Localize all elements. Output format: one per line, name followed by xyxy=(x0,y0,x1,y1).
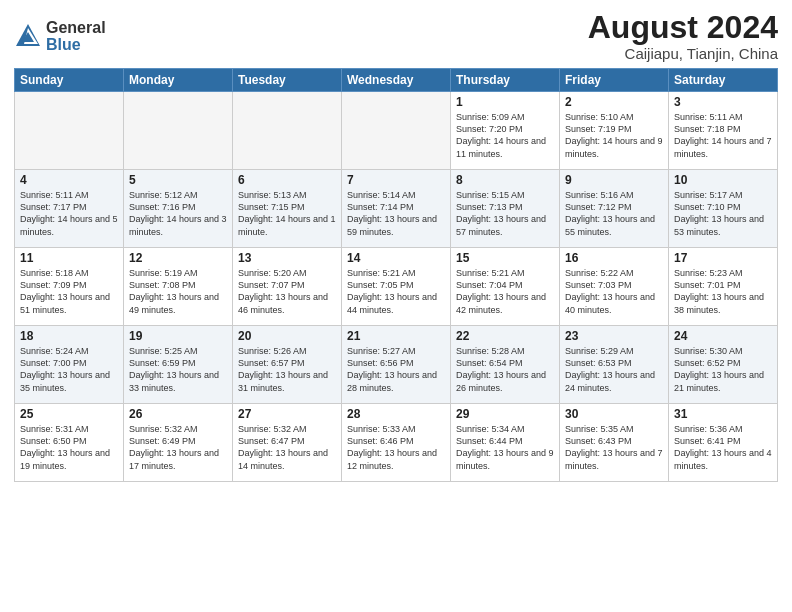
col-monday: Monday xyxy=(124,69,233,92)
day-info-29: Sunrise: 5:34 AM Sunset: 6:44 PM Dayligh… xyxy=(456,423,554,472)
day-number-30: 30 xyxy=(565,407,663,421)
day-number-9: 9 xyxy=(565,173,663,187)
calendar-cell-1-1 xyxy=(124,92,233,170)
day-info-27: Sunrise: 5:32 AM Sunset: 6:47 PM Dayligh… xyxy=(238,423,336,472)
calendar-cell-5-0: 25Sunrise: 5:31 AM Sunset: 6:50 PM Dayli… xyxy=(15,404,124,482)
calendar-cell-2-6: 10Sunrise: 5:17 AM Sunset: 7:10 PM Dayli… xyxy=(669,170,778,248)
calendar-week-2: 4Sunrise: 5:11 AM Sunset: 7:17 PM Daylig… xyxy=(15,170,778,248)
calendar-header-row: Sunday Monday Tuesday Wednesday Thursday… xyxy=(15,69,778,92)
calendar-cell-5-3: 28Sunrise: 5:33 AM Sunset: 6:46 PM Dayli… xyxy=(342,404,451,482)
calendar-cell-4-0: 18Sunrise: 5:24 AM Sunset: 7:00 PM Dayli… xyxy=(15,326,124,404)
day-number-13: 13 xyxy=(238,251,336,265)
title-block: August 2024 Caijiapu, Tianjin, China xyxy=(588,10,778,62)
calendar-cell-3-3: 14Sunrise: 5:21 AM Sunset: 7:05 PM Dayli… xyxy=(342,248,451,326)
day-info-28: Sunrise: 5:33 AM Sunset: 6:46 PM Dayligh… xyxy=(347,423,445,472)
calendar-cell-4-4: 22Sunrise: 5:28 AM Sunset: 6:54 PM Dayli… xyxy=(451,326,560,404)
day-number-17: 17 xyxy=(674,251,772,265)
calendar-cell-2-3: 7Sunrise: 5:14 AM Sunset: 7:14 PM Daylig… xyxy=(342,170,451,248)
calendar-cell-3-6: 17Sunrise: 5:23 AM Sunset: 7:01 PM Dayli… xyxy=(669,248,778,326)
day-number-26: 26 xyxy=(129,407,227,421)
day-number-4: 4 xyxy=(20,173,118,187)
day-number-29: 29 xyxy=(456,407,554,421)
day-info-22: Sunrise: 5:28 AM Sunset: 6:54 PM Dayligh… xyxy=(456,345,554,394)
day-info-13: Sunrise: 5:20 AM Sunset: 7:07 PM Dayligh… xyxy=(238,267,336,316)
day-number-12: 12 xyxy=(129,251,227,265)
col-wednesday: Wednesday xyxy=(342,69,451,92)
day-number-14: 14 xyxy=(347,251,445,265)
day-number-21: 21 xyxy=(347,329,445,343)
calendar-cell-4-5: 23Sunrise: 5:29 AM Sunset: 6:53 PM Dayli… xyxy=(560,326,669,404)
col-sunday: Sunday xyxy=(15,69,124,92)
col-friday: Friday xyxy=(560,69,669,92)
day-info-8: Sunrise: 5:15 AM Sunset: 7:13 PM Dayligh… xyxy=(456,189,554,238)
day-number-3: 3 xyxy=(674,95,772,109)
day-info-24: Sunrise: 5:30 AM Sunset: 6:52 PM Dayligh… xyxy=(674,345,772,394)
day-info-9: Sunrise: 5:16 AM Sunset: 7:12 PM Dayligh… xyxy=(565,189,663,238)
day-info-5: Sunrise: 5:12 AM Sunset: 7:16 PM Dayligh… xyxy=(129,189,227,238)
day-info-3: Sunrise: 5:11 AM Sunset: 7:18 PM Dayligh… xyxy=(674,111,772,160)
day-number-1: 1 xyxy=(456,95,554,109)
day-info-16: Sunrise: 5:22 AM Sunset: 7:03 PM Dayligh… xyxy=(565,267,663,316)
logo-icon xyxy=(14,22,42,50)
location-title: Caijiapu, Tianjin, China xyxy=(588,45,778,62)
calendar-cell-1-3 xyxy=(342,92,451,170)
calendar-cell-5-6: 31Sunrise: 5:36 AM Sunset: 6:41 PM Dayli… xyxy=(669,404,778,482)
day-info-11: Sunrise: 5:18 AM Sunset: 7:09 PM Dayligh… xyxy=(20,267,118,316)
day-number-6: 6 xyxy=(238,173,336,187)
day-info-2: Sunrise: 5:10 AM Sunset: 7:19 PM Dayligh… xyxy=(565,111,663,160)
day-number-28: 28 xyxy=(347,407,445,421)
day-info-15: Sunrise: 5:21 AM Sunset: 7:04 PM Dayligh… xyxy=(456,267,554,316)
day-number-5: 5 xyxy=(129,173,227,187)
day-number-2: 2 xyxy=(565,95,663,109)
day-info-19: Sunrise: 5:25 AM Sunset: 6:59 PM Dayligh… xyxy=(129,345,227,394)
day-number-16: 16 xyxy=(565,251,663,265)
logo-blue-text: Blue xyxy=(46,36,106,54)
day-number-15: 15 xyxy=(456,251,554,265)
calendar-cell-3-1: 12Sunrise: 5:19 AM Sunset: 7:08 PM Dayli… xyxy=(124,248,233,326)
day-number-10: 10 xyxy=(674,173,772,187)
calendar-table: Sunday Monday Tuesday Wednesday Thursday… xyxy=(14,68,778,482)
day-info-30: Sunrise: 5:35 AM Sunset: 6:43 PM Dayligh… xyxy=(565,423,663,472)
calendar-cell-2-0: 4Sunrise: 5:11 AM Sunset: 7:17 PM Daylig… xyxy=(15,170,124,248)
calendar-cell-3-0: 11Sunrise: 5:18 AM Sunset: 7:09 PM Dayli… xyxy=(15,248,124,326)
day-info-12: Sunrise: 5:19 AM Sunset: 7:08 PM Dayligh… xyxy=(129,267,227,316)
calendar-cell-2-1: 5Sunrise: 5:12 AM Sunset: 7:16 PM Daylig… xyxy=(124,170,233,248)
calendar-cell-4-2: 20Sunrise: 5:26 AM Sunset: 6:57 PM Dayli… xyxy=(233,326,342,404)
calendar-cell-5-1: 26Sunrise: 5:32 AM Sunset: 6:49 PM Dayli… xyxy=(124,404,233,482)
calendar-cell-5-2: 27Sunrise: 5:32 AM Sunset: 6:47 PM Dayli… xyxy=(233,404,342,482)
calendar-week-3: 11Sunrise: 5:18 AM Sunset: 7:09 PM Dayli… xyxy=(15,248,778,326)
day-number-22: 22 xyxy=(456,329,554,343)
calendar-week-5: 25Sunrise: 5:31 AM Sunset: 6:50 PM Dayli… xyxy=(15,404,778,482)
header: General Blue August 2024 Caijiapu, Tianj… xyxy=(14,10,778,62)
calendar-cell-5-4: 29Sunrise: 5:34 AM Sunset: 6:44 PM Dayli… xyxy=(451,404,560,482)
day-info-4: Sunrise: 5:11 AM Sunset: 7:17 PM Dayligh… xyxy=(20,189,118,238)
calendar-cell-4-6: 24Sunrise: 5:30 AM Sunset: 6:52 PM Dayli… xyxy=(669,326,778,404)
day-number-7: 7 xyxy=(347,173,445,187)
calendar-cell-2-4: 8Sunrise: 5:15 AM Sunset: 7:13 PM Daylig… xyxy=(451,170,560,248)
day-number-23: 23 xyxy=(565,329,663,343)
month-title: August 2024 xyxy=(588,10,778,45)
col-tuesday: Tuesday xyxy=(233,69,342,92)
calendar-cell-1-2 xyxy=(233,92,342,170)
calendar-cell-1-4: 1Sunrise: 5:09 AM Sunset: 7:20 PM Daylig… xyxy=(451,92,560,170)
calendar-cell-3-5: 16Sunrise: 5:22 AM Sunset: 7:03 PM Dayli… xyxy=(560,248,669,326)
day-info-21: Sunrise: 5:27 AM Sunset: 6:56 PM Dayligh… xyxy=(347,345,445,394)
calendar-week-1: 1Sunrise: 5:09 AM Sunset: 7:20 PM Daylig… xyxy=(15,92,778,170)
calendar-cell-5-5: 30Sunrise: 5:35 AM Sunset: 6:43 PM Dayli… xyxy=(560,404,669,482)
day-number-31: 31 xyxy=(674,407,772,421)
calendar-cell-4-3: 21Sunrise: 5:27 AM Sunset: 6:56 PM Dayli… xyxy=(342,326,451,404)
calendar-cell-3-2: 13Sunrise: 5:20 AM Sunset: 7:07 PM Dayli… xyxy=(233,248,342,326)
logo: General Blue xyxy=(14,19,106,54)
calendar-cell-1-6: 3Sunrise: 5:11 AM Sunset: 7:18 PM Daylig… xyxy=(669,92,778,170)
col-saturday: Saturday xyxy=(669,69,778,92)
day-info-7: Sunrise: 5:14 AM Sunset: 7:14 PM Dayligh… xyxy=(347,189,445,238)
calendar-week-4: 18Sunrise: 5:24 AM Sunset: 7:00 PM Dayli… xyxy=(15,326,778,404)
day-info-6: Sunrise: 5:13 AM Sunset: 7:15 PM Dayligh… xyxy=(238,189,336,238)
day-number-18: 18 xyxy=(20,329,118,343)
page: General Blue August 2024 Caijiapu, Tianj… xyxy=(0,0,792,612)
day-info-26: Sunrise: 5:32 AM Sunset: 6:49 PM Dayligh… xyxy=(129,423,227,472)
logo-text: General Blue xyxy=(46,19,106,54)
day-info-14: Sunrise: 5:21 AM Sunset: 7:05 PM Dayligh… xyxy=(347,267,445,316)
day-number-27: 27 xyxy=(238,407,336,421)
day-info-18: Sunrise: 5:24 AM Sunset: 7:00 PM Dayligh… xyxy=(20,345,118,394)
